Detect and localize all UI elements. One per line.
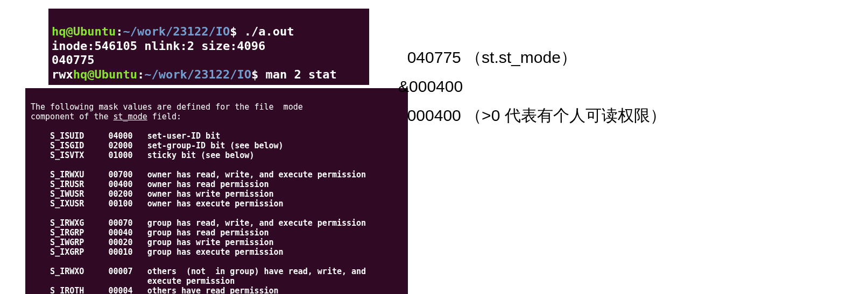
mask-row: S_IROTH 00004 others have read permissio… xyxy=(31,286,279,294)
mask-row: execute permission xyxy=(31,276,235,286)
annotation-line: 040775 （st.st_mode） xyxy=(398,43,666,72)
command-2: man 2 stat xyxy=(265,68,336,81)
mask-row: S_IWGRP 00020 group has write permission xyxy=(31,238,274,247)
annotation-line: &000400 xyxy=(398,72,666,101)
mask-row: S_IRUSR 00400 owner has read permission xyxy=(31,180,269,189)
prompt-user: hq@Ubuntu xyxy=(73,68,137,81)
mask-row: S_IXUSR 00100 owner has execute permissi… xyxy=(31,199,284,209)
output-line: 040775 xyxy=(52,53,94,67)
prompt-user: hq@Ubuntu xyxy=(52,25,116,38)
output-line: inode:546105 nlink:2 size:4096 xyxy=(52,39,265,53)
man-intro-line: The following mask values are defined fo… xyxy=(31,102,303,112)
mask-row: S_ISUID 04000 set-user-ID bit xyxy=(31,131,220,141)
mask-row: S_IXGRP 00010 group has execute permissi… xyxy=(31,247,284,257)
man-page-excerpt: The following mask values are defined fo… xyxy=(25,88,408,294)
prompt-path: ~/work/23122/IO xyxy=(123,25,230,38)
mask-row: S_ISVTX 01000 sticky bit (see below) xyxy=(31,150,254,160)
man-intro-line: component of the st_mode field: xyxy=(31,112,181,121)
output-line: rwx xyxy=(52,68,73,81)
mask-row: S_IRWXO 00007 others (not in group) have… xyxy=(31,267,366,276)
mask-row: S_ISGID 02000 set-group-ID bit (see belo… xyxy=(31,141,284,150)
command-1: ./a.out xyxy=(244,25,294,38)
st-mode-underline: st_mode xyxy=(114,112,147,121)
annotation-line: 000400 （>0 代表有个人可读权限） xyxy=(398,101,666,130)
mask-row: S_IRWXU 00700 owner has read, write, and… xyxy=(31,170,366,180)
annotation-text: 040775 （st.st_mode） &000400 000400 （>0 代… xyxy=(398,43,666,130)
mask-row: S_IRGRP 00040 group has read permission xyxy=(31,228,269,238)
terminal-output-1: hq@Ubuntu:~/work/23122/IO$ ./a.out inode… xyxy=(48,9,369,85)
prompt-path: ~/work/23122/IO xyxy=(144,68,251,81)
mask-row: S_IRWXG 00070 group has read, write, and… xyxy=(31,218,366,228)
mask-row: S_IWUSR 00200 owner has write permission xyxy=(31,189,274,199)
